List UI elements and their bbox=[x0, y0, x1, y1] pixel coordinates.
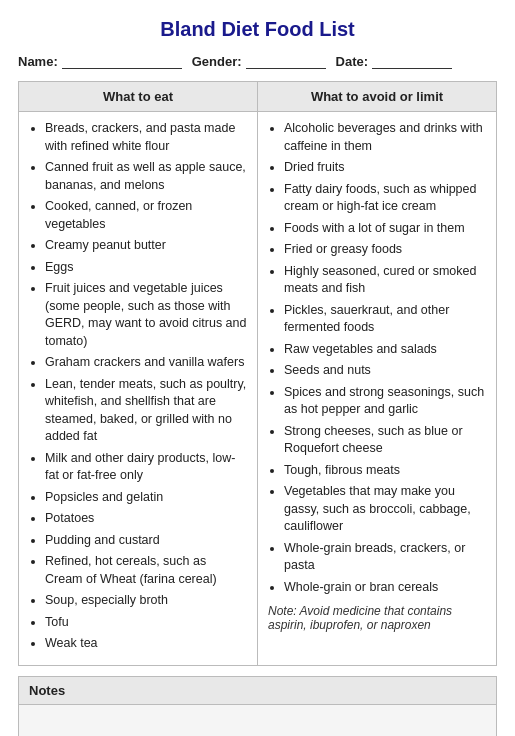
avoid-list-item: Whole-grain breads, crackers, or pasta bbox=[284, 540, 486, 575]
avoid-list-item: Raw vegetables and salads bbox=[284, 341, 486, 359]
avoid-list: Alcoholic beverages and drinks with caff… bbox=[268, 120, 486, 596]
avoid-list-item: Strong cheeses, such as blue or Roquefor… bbox=[284, 423, 486, 458]
gender-field[interactable] bbox=[246, 53, 326, 69]
col1-header: What to eat bbox=[19, 82, 258, 112]
eat-list-item: Cooked, canned, or frozen vegetables bbox=[45, 198, 247, 233]
eat-list-item: Potatoes bbox=[45, 510, 247, 528]
eat-list-item: Creamy peanut butter bbox=[45, 237, 247, 255]
eat-list-item: Canned fruit as well as apple sauce, ban… bbox=[45, 159, 247, 194]
date-field[interactable] bbox=[372, 53, 452, 69]
col2-header: What to avoid or limit bbox=[258, 82, 497, 112]
notes-body[interactable] bbox=[19, 705, 496, 737]
eat-list-item: Lean, tender meats, such as poultry, whi… bbox=[45, 376, 247, 446]
page-title: Bland Diet Food List bbox=[18, 18, 497, 41]
food-table: What to eat What to avoid or limit Bread… bbox=[18, 81, 497, 666]
eat-list-item: Refined, hot cereals, such as Cream of W… bbox=[45, 553, 247, 588]
avoid-list-item: Spices and strong seasonings, such as ho… bbox=[284, 384, 486, 419]
eat-list-item: Eggs bbox=[45, 259, 247, 277]
notes-header: Notes bbox=[19, 677, 496, 705]
eat-list-item: Tofu bbox=[45, 614, 247, 632]
avoid-column: Alcoholic beverages and drinks with caff… bbox=[258, 112, 497, 666]
avoid-list-item: Pickles, sauerkraut, and other fermented… bbox=[284, 302, 486, 337]
notes-section: Notes bbox=[18, 676, 497, 737]
eat-list-item: Breads, crackers, and pasta made with re… bbox=[45, 120, 247, 155]
name-field[interactable] bbox=[62, 53, 182, 69]
date-label: Date: bbox=[336, 54, 369, 69]
avoid-list-item: Tough, fibrous meats bbox=[284, 462, 486, 480]
avoid-list-item: Fried or greasy foods bbox=[284, 241, 486, 259]
avoid-list-item: Dried fruits bbox=[284, 159, 486, 177]
avoid-list-item: Highly seasoned, cured or smoked meats a… bbox=[284, 263, 486, 298]
eat-list-item: Soup, especially broth bbox=[45, 592, 247, 610]
eat-list-item: Fruit juices and vegetable juices (some … bbox=[45, 280, 247, 350]
name-label: Name: bbox=[18, 54, 58, 69]
eat-list: Breads, crackers, and pasta made with re… bbox=[29, 120, 247, 653]
eat-list-item: Milk and other dairy products, low-fat o… bbox=[45, 450, 247, 485]
avoid-list-item: Foods with a lot of sugar in them bbox=[284, 220, 486, 238]
eat-list-item: Weak tea bbox=[45, 635, 247, 653]
avoid-list-item: Alcoholic beverages and drinks with caff… bbox=[284, 120, 486, 155]
eat-list-item: Pudding and custard bbox=[45, 532, 247, 550]
avoid-list-item: Vegetables that may make you gassy, such… bbox=[284, 483, 486, 536]
avoid-list-item: Fatty dairy foods, such as whipped cream… bbox=[284, 181, 486, 216]
eat-column: Breads, crackers, and pasta made with re… bbox=[19, 112, 258, 666]
eat-list-item: Graham crackers and vanilla wafers bbox=[45, 354, 247, 372]
avoid-list-item: Whole-grain or bran cereals bbox=[284, 579, 486, 597]
avoid-note: Note: Avoid medicine that contains aspir… bbox=[268, 604, 486, 632]
avoid-list-item: Seeds and nuts bbox=[284, 362, 486, 380]
form-row: Name: Gender: Date: bbox=[18, 53, 497, 69]
eat-list-item: Popsicles and gelatin bbox=[45, 489, 247, 507]
gender-label: Gender: bbox=[192, 54, 242, 69]
